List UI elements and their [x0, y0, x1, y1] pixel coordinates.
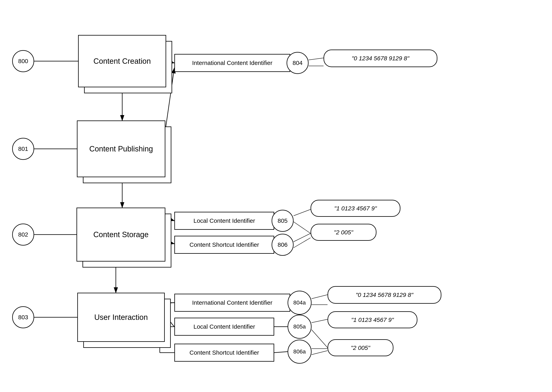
- intl-id-bottom-label: International Content Identifier: [192, 299, 272, 306]
- user-interaction-box: User Interaction: [77, 293, 165, 342]
- value-6: "2 005": [328, 339, 393, 356]
- value-2: "1 0123 4567 9": [310, 200, 400, 217]
- intl-id-bottom-box: International Content Identifier: [174, 294, 290, 312]
- content-storage-label: Content Storage: [93, 230, 149, 239]
- circle-801: 801: [12, 138, 34, 160]
- circle-805: 805: [272, 210, 294, 232]
- circle-802: 802: [12, 224, 34, 245]
- value-4: "0 1234 5678 9129 8": [328, 286, 441, 304]
- circle-806: 806: [272, 234, 294, 256]
- svg-line-16: [294, 233, 310, 242]
- value-1: "0 1234 5678 9129 8": [324, 49, 437, 67]
- svg-line-26: [311, 330, 328, 348]
- circle-803: 803: [12, 306, 34, 328]
- svg-line-28: [311, 351, 328, 355]
- svg-line-17: [294, 238, 310, 248]
- shortcut-id-box: Content Shortcut Identifier: [174, 236, 274, 254]
- user-interaction-label: User Interaction: [94, 313, 148, 322]
- value-5: "1 0123 4567 9": [328, 311, 417, 328]
- intl-id-top-box: International Content Identifier: [174, 54, 290, 72]
- content-publishing-box: Content Publishing: [77, 120, 165, 177]
- local-id-bottom-label: Local Content Identifier: [193, 323, 255, 330]
- circle-800: 800: [12, 50, 34, 72]
- shortcut-id-bottom-label: Content Shortcut Identifier: [190, 349, 259, 356]
- circle-804: 804: [287, 52, 309, 74]
- svg-line-31: [274, 352, 288, 353]
- content-storage-box: Content Storage: [76, 208, 165, 261]
- content-creation-label: Content Creation: [93, 57, 151, 65]
- circle-804a: 804a: [288, 291, 311, 315]
- value-3: "2 005": [310, 224, 376, 241]
- svg-line-8: [309, 58, 324, 60]
- circle-806a: 806a: [288, 340, 311, 364]
- local-id-box: Local Content Identifier: [174, 212, 274, 230]
- shortcut-id-bottom-box: Content Shortcut Identifier: [174, 344, 274, 362]
- content-publishing-label: Content Publishing: [89, 145, 153, 153]
- circle-805a: 805a: [288, 315, 311, 339]
- intl-id-top-label: International Content Identifier: [192, 60, 272, 66]
- shortcut-id-label: Content Shortcut Identifier: [190, 241, 259, 248]
- svg-line-25: [311, 319, 328, 323]
- svg-line-23: [311, 295, 328, 299]
- svg-line-13: [294, 209, 310, 216]
- diagram: Content Creation Content Publishing Cont…: [0, 0, 552, 392]
- local-id-label: Local Content Identifier: [193, 217, 255, 224]
- svg-line-14: [294, 222, 310, 233]
- content-creation-box: Content Creation: [78, 35, 166, 87]
- local-id-bottom-box: Local Content Identifier: [174, 318, 274, 336]
